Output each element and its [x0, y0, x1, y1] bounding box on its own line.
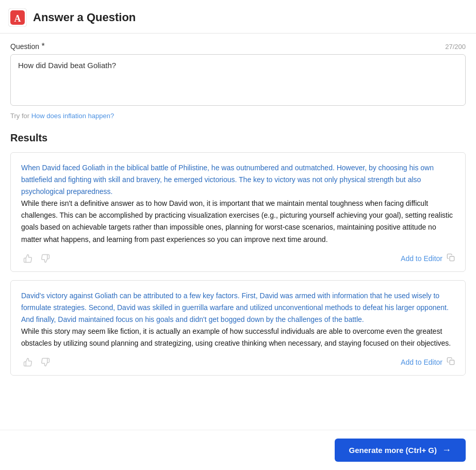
copy-svg-1: [447, 253, 455, 262]
svg-rect-4: [450, 360, 454, 365]
generate-arrow-icon: →: [442, 445, 451, 456]
results-section: Results When David faced Goliath in the …: [10, 132, 466, 376]
char-count: 27/200: [445, 43, 466, 51]
generate-more-label: Generate more (Ctrl+ G): [349, 446, 437, 455]
question-label-row: Question * 27/200: [10, 42, 466, 51]
page-title: Answer a Question: [33, 11, 136, 24]
required-marker: *: [39, 42, 45, 51]
add-to-editor-button-1[interactable]: Add to Editor: [401, 254, 442, 263]
thumbs-up-icon-1: [23, 254, 32, 263]
vote-buttons-1: [21, 253, 52, 264]
result-blue-text-1: When David faced Goliath in the biblical…: [21, 164, 434, 196]
header: A Answer a Question: [0, 0, 476, 34]
try-for-link[interactable]: How does inflation happen?: [31, 112, 114, 120]
svg-text:A: A: [14, 13, 21, 24]
generate-more-button[interactable]: Generate more (Ctrl+ G) →: [335, 439, 466, 462]
result-dark-text-2: While this story may seem like fiction, …: [21, 327, 451, 347]
thumbs-up-button-1[interactable]: [21, 253, 35, 264]
copy-icon-2[interactable]: [447, 357, 455, 367]
result-dark-text-1: While there isn't a definitive answer as…: [21, 199, 453, 243]
question-label: Question *: [10, 42, 45, 51]
result-text-2: David's victory against Goliath can be a…: [21, 290, 455, 349]
vote-buttons-2: [21, 356, 52, 368]
thumbs-down-button-2[interactable]: [39, 356, 52, 368]
copy-icon-1[interactable]: [447, 253, 455, 264]
copy-svg-2: [447, 357, 455, 365]
add-to-editor-group-2: Add to Editor: [401, 357, 455, 367]
thumbs-down-button-1[interactable]: [39, 253, 52, 264]
try-for-hint: Try for How does inflation happen?: [10, 112, 466, 120]
result-blue-text-2: David's victory against Goliath can be a…: [21, 291, 449, 323]
thumbs-down-icon-1: [41, 254, 50, 263]
add-to-editor-group-1: Add to Editor: [401, 253, 455, 264]
svg-rect-3: [450, 256, 454, 261]
main-content: Question * 27/200 How did David beat Gol…: [0, 34, 476, 376]
add-to-editor-button-2[interactable]: Add to Editor: [401, 358, 442, 366]
result-card-2: David's victory against Goliath can be a…: [10, 280, 466, 376]
thumbs-up-button-2[interactable]: [21, 356, 35, 368]
question-input[interactable]: How did David beat Goliath?: [10, 54, 466, 106]
result-card-1: When David faced Goliath in the biblical…: [10, 152, 466, 272]
results-title: Results: [10, 132, 466, 144]
generate-bar: Generate more (Ctrl+ G) →: [0, 430, 476, 470]
result-actions-2: Add to Editor: [21, 356, 455, 368]
thumbs-up-icon-2: [23, 358, 32, 367]
app-icon: A: [8, 8, 27, 27]
result-text-1: When David faced Goliath in the biblical…: [21, 162, 455, 246]
result-actions-1: Add to Editor: [21, 253, 455, 264]
thumbs-down-icon-2: [41, 358, 50, 367]
